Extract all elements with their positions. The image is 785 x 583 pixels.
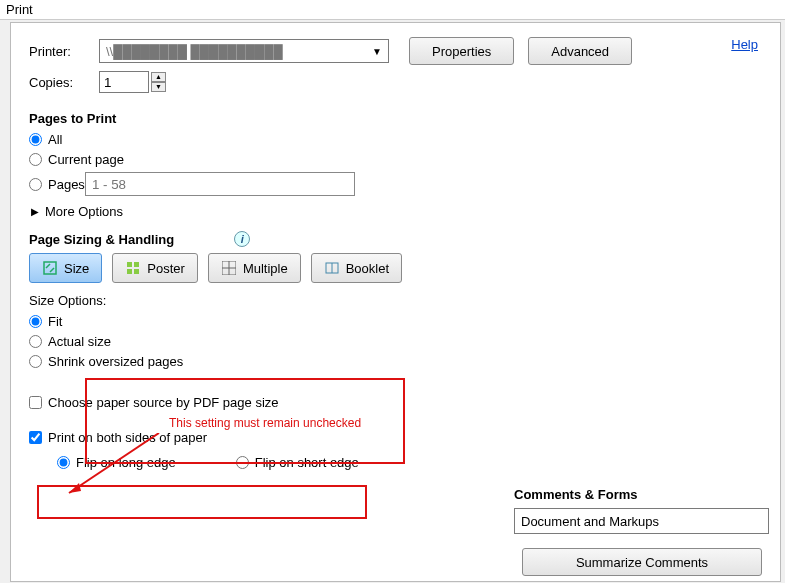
pages-all-radio[interactable]	[29, 133, 42, 146]
comments-heading: Comments & Forms	[514, 487, 774, 502]
size-options-label: Size Options:	[29, 293, 519, 308]
flip-long-label: Flip on long edge	[76, 455, 176, 470]
paper-source-checkbox[interactable]	[29, 396, 42, 409]
advanced-button[interactable]: Advanced	[528, 37, 632, 65]
copies-spinner[interactable]: ▲ ▼	[151, 72, 166, 92]
printer-select[interactable]: \\████████ ██████████ ▼	[99, 39, 389, 63]
spin-up-icon[interactable]: ▲	[151, 72, 166, 82]
svg-rect-2	[134, 262, 139, 267]
pages-current-radio[interactable]	[29, 153, 42, 166]
triangle-right-icon: ▶	[31, 206, 39, 217]
tab-multiple[interactable]: Multiple	[208, 253, 301, 283]
pages-range-label: Pages	[48, 177, 85, 192]
tab-poster-label: Poster	[147, 261, 185, 276]
pages-range-input[interactable]	[85, 172, 355, 196]
svg-rect-0	[44, 262, 56, 274]
tab-poster[interactable]: Poster	[112, 253, 198, 283]
paper-source-label: Choose paper source by PDF page size	[48, 395, 279, 410]
svg-rect-3	[127, 269, 132, 274]
multiple-icon	[221, 260, 237, 276]
properties-button[interactable]: Properties	[409, 37, 514, 65]
spin-down-icon[interactable]: ▼	[151, 82, 166, 92]
svg-rect-1	[127, 262, 132, 267]
tab-booklet-label: Booklet	[346, 261, 389, 276]
booklet-icon	[324, 260, 340, 276]
more-options-toggle[interactable]: ▶ More Options	[31, 204, 519, 219]
size-icon	[42, 260, 58, 276]
size-shrink-label: Shrink oversized pages	[48, 354, 183, 369]
tab-size-label: Size	[64, 261, 89, 276]
svg-marker-11	[69, 483, 81, 493]
pages-all-label: All	[48, 132, 62, 147]
chevron-down-icon: ▼	[368, 41, 386, 61]
size-fit-radio[interactable]	[29, 315, 42, 328]
tab-size[interactable]: Size	[29, 253, 102, 283]
window-title: Print	[0, 0, 785, 20]
comments-value: Document and Markups	[521, 514, 659, 529]
svg-rect-4	[134, 269, 139, 274]
pages-to-print-heading: Pages to Print	[29, 111, 519, 126]
sizing-heading: Page Sizing & Handling	[29, 232, 174, 247]
flip-short-radio[interactable]	[236, 456, 249, 469]
more-options-label: More Options	[45, 204, 123, 219]
size-actual-radio[interactable]	[29, 335, 42, 348]
copies-input[interactable]	[99, 71, 149, 93]
duplex-checkbox[interactable]	[29, 431, 42, 444]
printer-label: Printer:	[29, 44, 99, 59]
comments-select[interactable]: Document and Markups	[514, 508, 769, 534]
pages-range-radio[interactable]	[29, 178, 42, 191]
size-shrink-radio[interactable]	[29, 355, 42, 368]
pages-current-label: Current page	[48, 152, 124, 167]
duplex-label: Print on both sides of paper	[48, 430, 207, 445]
flip-long-radio[interactable]	[57, 456, 70, 469]
flip-short-label: Flip on short edge	[255, 455, 359, 470]
size-fit-label: Fit	[48, 314, 62, 329]
poster-icon	[125, 260, 141, 276]
annotation-box-2	[37, 485, 367, 519]
size-actual-label: Actual size	[48, 334, 111, 349]
copies-label: Copies:	[29, 75, 99, 90]
tab-multiple-label: Multiple	[243, 261, 288, 276]
print-dialog: Help Printer: \\████████ ██████████ ▼ Pr…	[10, 22, 781, 582]
printer-value: \\████████ ██████████	[106, 44, 283, 59]
summarize-comments-button[interactable]: Summarize Comments	[522, 548, 762, 576]
info-icon[interactable]: i	[234, 231, 250, 247]
tab-booklet[interactable]: Booklet	[311, 253, 402, 283]
help-link[interactable]: Help	[731, 37, 758, 52]
